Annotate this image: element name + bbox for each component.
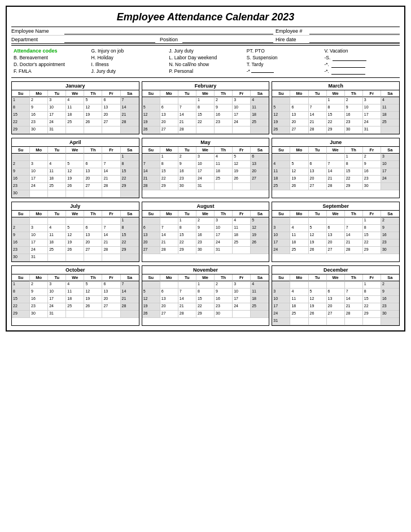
cal-cell: 5 (66, 225, 84, 232)
cal-cell: 17 (196, 168, 215, 176)
cal-header-Su: Su (142, 147, 160, 154)
cal-header-Fr: Fr (102, 147, 120, 154)
cal-header-Tu: Tu (48, 147, 66, 154)
cal-cell: 10 (233, 289, 251, 296)
cal-cell: 12 (84, 104, 102, 112)
cal-grid-may: SuMoTuWeThFrSa12345678910111213141516171… (142, 147, 269, 190)
code-s2: -S. (324, 55, 397, 62)
cal-cell: 22 (363, 303, 381, 311)
cal-cell (102, 254, 120, 261)
cal-header-We: We (66, 274, 84, 281)
cal-cell: 1 (363, 281, 381, 289)
code-b: B. Bereavement (14, 55, 87, 62)
cal-cell: 13 (251, 161, 269, 168)
cal-cell: 19 (66, 239, 84, 247)
cal-cell: 20 (142, 239, 160, 247)
cal-cell (272, 154, 290, 161)
cal-cell: 2 (178, 154, 196, 161)
cal-header-Su: Su (12, 147, 30, 154)
cal-cell: 25 (66, 119, 84, 127)
cal-cell: 24 (30, 183, 48, 190)
cal-cell: 14 (121, 104, 139, 112)
cal-cell: 17 (381, 168, 399, 176)
cal-cell: 7 (121, 281, 139, 289)
cal-cell: 27 (327, 311, 345, 318)
cal-header-Mo: Mo (290, 147, 308, 154)
codes-col-2: G. Injury on job H. Holiday I. Illness J… (89, 48, 167, 75)
cal-cell (102, 217, 120, 225)
cal-header-Mo: Mo (30, 211, 48, 217)
cal-header-Sa: Sa (121, 90, 139, 97)
hire-date-label: Hire date (276, 37, 309, 42)
cal-cell: 10 (381, 161, 399, 168)
cal-cell: 18 (48, 176, 66, 183)
cal-cell: 21 (121, 112, 139, 119)
cal-header-Tu: Tu (309, 90, 327, 97)
cal-cell: 18 (251, 296, 269, 303)
cal-cell: 9 (196, 225, 215, 232)
calendar-april: AprilSuMoTuWeThFrSa123456789101112131415… (11, 138, 139, 198)
cal-cell (381, 318, 399, 325)
calendar-september: SeptemberSuMoTuWeThFrSa12345678910111213… (272, 202, 400, 262)
calendar-october: OctoberSuMoTuWeThFrSa1234567891011121314… (11, 265, 139, 326)
cal-header-Th: Th (84, 147, 102, 154)
cal-header-Fr: Fr (363, 211, 381, 217)
cal-header-We: We (327, 147, 345, 154)
cal-cell: 28 (121, 303, 139, 311)
cal-cell: 12 (309, 296, 327, 303)
cal-cell: 5 (142, 289, 160, 296)
cal-cell: 3 (381, 154, 399, 161)
cal-header-Mo: Mo (290, 211, 308, 217)
cal-cell (160, 281, 178, 289)
cal-cell: 22 (327, 119, 345, 127)
cal-cell: 5 (66, 161, 84, 168)
code-s: S. Suspension (247, 55, 320, 62)
cal-header-Su: Su (272, 211, 290, 217)
cal-header-Th: Th (345, 274, 363, 281)
cal-cell: 30 (363, 183, 381, 190)
cal-cell: 23 (215, 303, 233, 311)
cal-cell: 22 (121, 176, 139, 183)
cal-cell: 29 (345, 183, 363, 190)
cal-cell (48, 217, 66, 225)
cal-grid-march: SuMoTuWeThFrSa12345678910111213141516171… (272, 90, 399, 134)
cal-cell: 29 (160, 183, 178, 190)
cal-cell: 16 (215, 112, 233, 119)
cal-cell (290, 154, 308, 161)
cal-cell: 7 (178, 289, 196, 296)
cal-cell: 8 (121, 225, 139, 232)
cal-cell: 9 (12, 232, 30, 239)
cal-cell: 16 (381, 296, 399, 303)
cal-cell: 3 (30, 161, 48, 168)
cal-header-We: We (327, 90, 345, 97)
cal-cell: 3 (215, 217, 233, 225)
code-h: H. Holiday (91, 55, 165, 62)
cal-cell: 2 (215, 97, 233, 104)
cal-cell: 19 (142, 303, 160, 311)
header-fields: Employee Name Employee # Department Posi… (11, 27, 400, 44)
code-f: F. FMLA (14, 68, 87, 75)
cal-cell (84, 190, 102, 198)
cal-cell: 13 (84, 232, 102, 239)
department-line (64, 36, 155, 43)
cal-header-Su: Su (142, 274, 160, 281)
cal-cell: 24 (48, 119, 66, 127)
cal-header-Su: Su (142, 211, 160, 217)
cal-grid-december: SuMoTuWeThFrSa12345678910111213141516171… (272, 274, 399, 325)
cal-cell: 1 (121, 154, 139, 161)
cal-cell: 16 (196, 232, 215, 239)
cal-cell: 27 (160, 127, 178, 134)
cal-cell: 31 (363, 127, 381, 134)
calendar-december: DecemberSuMoTuWeThFrSa123456789101112131… (272, 265, 400, 326)
cal-header-Sa: Sa (121, 147, 139, 154)
cal-cell (66, 127, 84, 134)
cal-cell: 2 (381, 281, 399, 289)
cal-cell: 1 (196, 281, 215, 289)
cal-cell: 28 (178, 127, 196, 134)
cal-cell: 6 (84, 225, 102, 232)
month-title-february: February (142, 82, 269, 90)
cal-cell (233, 127, 251, 134)
position-label: Position (160, 37, 178, 42)
cal-header-Mo: Mo (30, 147, 48, 154)
cal-header-Tu: Tu (178, 90, 196, 97)
